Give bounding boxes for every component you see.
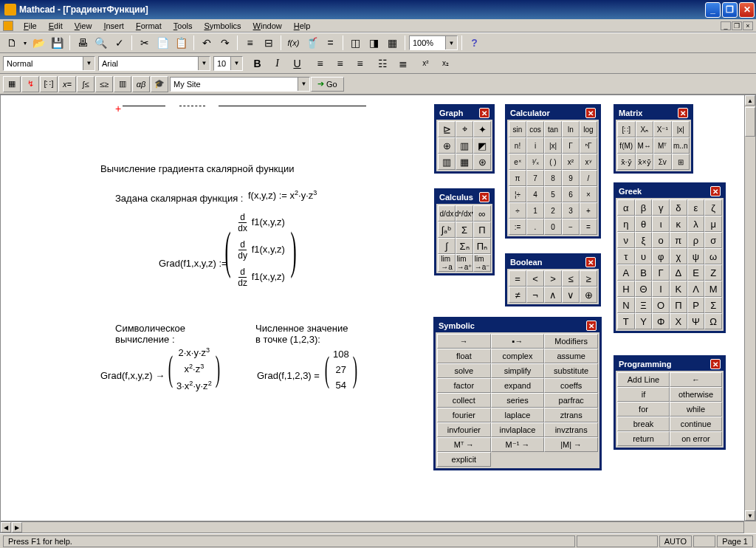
pbtn[interactable]: eˣ — [509, 154, 526, 170]
pbtn[interactable]: ( ) — [544, 154, 562, 170]
pbtn[interactable]: ⁿΓ — [580, 137, 597, 154]
pbtn[interactable]: π — [509, 170, 526, 186]
menu-window[interactable]: Window — [247, 20, 288, 32]
close-button[interactable]: ✕ — [739, 2, 755, 18]
symbolic-palette[interactable]: Symbolic✕ →▪→Modifiersfloatcomplexassume… — [433, 317, 602, 470]
matrix-close[interactable]: ✕ — [678, 108, 688, 118]
site-combo[interactable]: My Site ▼ — [170, 77, 310, 92]
lim-right[interactable]: lim→a⁺ — [456, 254, 473, 272]
pbtn[interactable]: Mᵀ → — [437, 437, 491, 452]
pbtn[interactable]: invfourier — [437, 422, 491, 437]
symbolic-palette-btn[interactable]: 🎓 — [151, 76, 168, 92]
pbtn[interactable]: assume — [544, 349, 598, 363]
pbtn[interactable]: invlaplace — [491, 422, 545, 437]
copy-button[interactable]: 📄 — [154, 35, 171, 51]
pbtn[interactable]: ¦÷ — [509, 186, 526, 202]
pbtn[interactable]: invztrans — [544, 422, 598, 437]
pbtn[interactable]: ⊞ — [672, 154, 690, 170]
pbtn[interactable]: complex — [491, 349, 545, 363]
align-left[interactable]: ≡ — [312, 55, 329, 72]
numbers[interactable]: ≣ — [394, 55, 411, 72]
pbtn[interactable]: ¹⁄ₓ — [526, 154, 544, 170]
pbtn[interactable]: ≤ — [562, 270, 580, 287]
int-def[interactable]: ∫ₐᵇ — [438, 222, 456, 238]
pbtn[interactable]: ← — [670, 372, 722, 387]
graph-palette[interactable]: Graph✕ ⊵ ⌖ ✦ ⊕ ▥ ◩ ▥ ▦ ⊛ — [434, 104, 495, 174]
boolean-close[interactable]: ✕ — [585, 257, 596, 267]
lim[interactable]: lim→a — [438, 254, 456, 272]
calculus-palette-btn[interactable]: ∫≤ — [77, 76, 94, 92]
calculus-close[interactable]: ✕ — [479, 192, 489, 202]
scroll-down[interactable]: ▼ — [745, 510, 755, 521]
calculator-palette[interactable]: Calculator✕ sincostanlnlogn!i|x|ΓⁿΓeˣ¹⁄ₓ… — [505, 104, 601, 239]
pbtn[interactable]: parfrac — [544, 393, 598, 408]
pbtn[interactable]: expand — [491, 378, 545, 393]
pbtn[interactable]: x² — [562, 154, 580, 170]
pbtn[interactable]: factor — [437, 378, 491, 393]
pbtn[interactable]: ρ — [687, 232, 705, 248]
pbtn[interactable]: β — [635, 199, 653, 216]
pbtn[interactable]: 2 — [544, 202, 562, 219]
pbtn[interactable]: ≥ — [580, 270, 597, 287]
pbtn[interactable]: Π — [670, 297, 687, 313]
graph-close[interactable]: ✕ — [479, 108, 489, 118]
size-combo[interactable]: 10 ▼ — [213, 56, 243, 71]
prog-palette-btn[interactable]: ▥ — [114, 76, 131, 92]
pbtn[interactable]: Γ — [562, 137, 580, 154]
pbtn[interactable]: while — [670, 402, 722, 417]
pbtn[interactable]: Β — [635, 264, 653, 281]
pbtn[interactable]: τ — [617, 248, 635, 264]
menu-help[interactable]: Help — [288, 20, 317, 32]
programming-palette[interactable]: Programming✕ Add Line←ifotherwiseforwhil… — [614, 355, 726, 450]
pbtn[interactable]: explicit — [437, 452, 491, 467]
calculator-close[interactable]: ✕ — [585, 108, 596, 118]
vertical-scrollbar[interactable]: ▲ ▼ — [744, 95, 756, 521]
pbtn[interactable]: 9 — [562, 170, 580, 186]
sum[interactable]: Σ — [456, 222, 473, 238]
spell-button[interactable]: ✓ — [111, 35, 128, 51]
pbtn[interactable]: continue — [670, 417, 722, 431]
italic-button[interactable]: I — [269, 55, 286, 72]
greek-palette-btn[interactable]: αβ — [132, 76, 150, 92]
menu-symbolics[interactable]: Symbolics — [198, 20, 247, 32]
pbtn[interactable]: sin — [509, 121, 526, 137]
pbtn[interactable]: Ζ — [704, 264, 722, 281]
pbtn[interactable]: φ — [652, 248, 670, 264]
bar-plot[interactable]: ▥ — [438, 154, 456, 170]
menu-format[interactable]: Format — [130, 20, 168, 32]
pbtn[interactable]: for — [617, 402, 670, 417]
pbtn[interactable]: ▪→ — [491, 334, 545, 349]
3d-plot[interactable]: ◩ — [473, 137, 491, 154]
preview-button[interactable]: 🔍 — [92, 35, 109, 51]
mdi-minimize[interactable]: _ — [721, 21, 731, 30]
deriv[interactable]: d/dx — [438, 205, 456, 222]
comp3-button[interactable]: ▦ — [384, 35, 401, 51]
nderiv[interactable]: dⁿ/dxⁿ — [456, 205, 473, 222]
pbtn[interactable]: collect — [437, 393, 491, 408]
pbtn[interactable]: Ι — [652, 281, 670, 297]
pbtn[interactable]: Γ — [652, 264, 670, 281]
pbtn[interactable]: Υ — [635, 313, 653, 329]
pbtn[interactable]: × — [580, 186, 597, 202]
eval-palette-btn[interactable]: x= — [58, 76, 76, 92]
pbtn[interactable]: Η — [617, 281, 635, 297]
pbtn[interactable]: ∨ — [562, 287, 580, 303]
pbtn[interactable]: − — [562, 219, 580, 235]
pbtn[interactable]: ω — [704, 248, 722, 264]
pbtn[interactable]: ÷ — [509, 202, 526, 219]
pbtn[interactable]: 3 — [562, 202, 580, 219]
pbtn[interactable]: 5 — [544, 186, 562, 202]
pbtn[interactable]: μ — [704, 216, 722, 232]
pbtn[interactable]: ι — [652, 216, 670, 232]
font-arrow[interactable]: ▼ — [198, 57, 210, 70]
xy-plot[interactable]: ⊵ — [438, 121, 456, 137]
scroll-left[interactable]: ◀ — [1, 522, 11, 532]
pbtn[interactable]: υ — [635, 248, 653, 264]
menu-tools[interactable]: Tools — [168, 20, 199, 32]
pbtn[interactable]: Μ — [704, 281, 722, 297]
pbtn[interactable]: δ — [670, 199, 687, 216]
pbtn[interactable]: := — [509, 219, 526, 235]
pbtn[interactable]: 6 — [562, 186, 580, 202]
subscript[interactable]: x₂ — [437, 55, 454, 72]
redo-button[interactable]: ↷ — [216, 35, 233, 51]
